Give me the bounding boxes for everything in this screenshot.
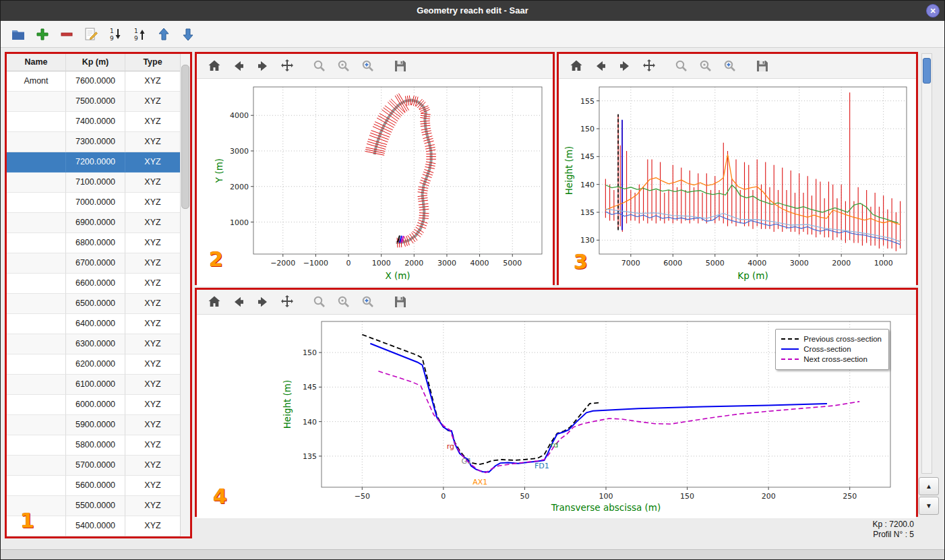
zoom-region-button[interactable] [359,292,379,311]
cell-name[interactable] [7,395,66,415]
back-button[interactable] [229,57,249,75]
cell-kp[interactable]: 5700.0000 [66,456,125,476]
forward-button[interactable] [615,57,636,75]
cell-type[interactable]: XYZ [125,233,181,253]
table-row[interactable]: 7300.0000XYZ [7,132,190,152]
table-row[interactable]: 6000.0000XYZ [7,395,190,415]
cell-type[interactable]: XYZ [125,213,181,233]
cell-type[interactable]: XYZ [125,253,181,274]
zoom-region-button[interactable] [359,57,379,75]
table-row[interactable]: 7100.0000XYZ [7,173,190,193]
cell-name[interactable] [7,516,66,536]
cell-kp[interactable]: 6900.0000 [66,213,125,233]
cell-type[interactable]: XYZ [125,294,181,314]
plan-plot[interactable]: −2000−1000010002000300040005000100020003… [197,79,553,286]
close-button[interactable]: ✕ [926,4,940,18]
table-row[interactable]: 6500.0000XYZ [7,294,190,314]
cell-type[interactable]: XYZ [125,435,181,456]
zoom-button[interactable] [310,57,330,75]
cell-kp[interactable]: 6800.0000 [66,233,125,253]
cell-name[interactable] [7,274,66,294]
cell-type[interactable]: XYZ [125,375,181,395]
cell-name[interactable] [7,233,66,253]
save-button[interactable] [391,57,411,75]
cell-kp[interactable]: 5800.0000 [66,435,125,456]
profile-down-button[interactable]: ▼ [919,497,939,515]
zoom-region-button[interactable] [721,57,741,75]
cell-kp[interactable]: 6600.0000 [66,274,125,294]
cell-type[interactable]: XYZ [125,152,181,173]
cell-name[interactable] [7,354,66,375]
cell-kp[interactable]: 6100.0000 [66,375,125,395]
remove-button[interactable] [57,25,76,44]
sort-descending-button[interactable]: 19 [106,25,125,44]
cell-type[interactable]: XYZ [125,112,181,132]
cell-kp[interactable]: 5600.0000 [66,476,125,496]
cell-type[interactable]: XYZ [125,274,181,294]
cell-name[interactable] [7,152,66,173]
cell-type[interactable]: XYZ [125,173,181,193]
cell-name[interactable] [7,415,66,435]
cell-name[interactable] [7,334,66,354]
cell-kp[interactable]: 6400.0000 [66,314,125,334]
table-row[interactable]: 5600.0000XYZ [7,476,190,496]
cell-name[interactable] [7,132,66,152]
longitudinal-plot[interactable]: 7000600050004000300020001000130135140145… [559,79,916,286]
forward-button[interactable] [253,292,274,311]
cell-kp[interactable]: 5900.0000 [66,415,125,435]
table-row[interactable]: 6200.0000XYZ [7,354,190,375]
cell-type[interactable]: XYZ [125,476,181,496]
table-row[interactable]: 5500.0000XYZ [7,496,190,516]
pan-button[interactable] [278,292,298,311]
cell-type[interactable]: XYZ [125,71,181,92]
cell-type[interactable]: XYZ [125,92,181,112]
cell-name[interactable] [7,435,66,456]
cell-name[interactable] [7,476,66,496]
pan-button[interactable] [640,57,660,75]
add-button[interactable] [33,25,52,44]
cell-kp[interactable]: 7500.0000 [66,92,125,112]
cell-kp[interactable]: 6200.0000 [66,354,125,375]
cell-name[interactable] [7,375,66,395]
table-row[interactable]: 6400.0000XYZ [7,314,190,334]
cell-name[interactable] [7,456,66,476]
edit-button[interactable] [82,25,100,44]
save-button[interactable] [391,292,411,311]
table-row[interactable]: 7000.0000XYZ [7,193,190,213]
table-row[interactable]: 7200.0000XYZ [7,152,190,173]
table-row[interactable]: 5800.0000XYZ [7,435,190,456]
cell-type[interactable]: XYZ [125,193,181,213]
zoom-button[interactable] [672,57,692,75]
cell-name[interactable] [7,294,66,314]
cell-kp[interactable]: 6000.0000 [66,395,125,415]
cell-kp[interactable]: 7300.0000 [66,132,125,152]
cell-type[interactable]: XYZ [125,516,181,536]
right-scrollbar[interactable] [921,53,932,474]
cell-type[interactable]: XYZ [125,395,181,415]
cell-type[interactable]: XYZ [125,415,181,435]
cell-kp[interactable]: 7000.0000 [66,193,125,213]
table-row[interactable]: 6100.0000XYZ [7,375,190,395]
table-row[interactable]: 6300.0000XYZ [7,334,190,354]
cell-type[interactable]: XYZ [125,456,181,476]
profile-up-button[interactable]: ▲ [919,477,939,495]
move-up-button[interactable] [154,25,173,44]
cell-type[interactable]: XYZ [125,354,181,375]
zoom-info-button[interactable] [334,292,355,311]
cell-name[interactable] [7,253,66,274]
table-row[interactable]: 5900.0000XYZ [7,415,190,435]
home-button[interactable] [205,57,225,75]
table-row[interactable]: 7500.0000XYZ [7,92,190,112]
table-scrollbar[interactable] [180,54,190,536]
table-scrollbar-thumb[interactable] [181,65,189,209]
cell-type[interactable]: XYZ [125,314,181,334]
cell-name[interactable]: Amont [7,71,66,92]
cell-name[interactable] [7,173,66,193]
home-button[interactable] [205,292,225,311]
cell-kp[interactable]: 7400.0000 [66,112,125,132]
zoom-info-button[interactable] [696,57,717,75]
cell-name[interactable] [7,496,66,516]
cell-kp[interactable]: 7100.0000 [66,173,125,193]
cell-type[interactable]: XYZ [125,496,181,516]
table-row[interactable]: 6900.0000XYZ [7,213,190,233]
